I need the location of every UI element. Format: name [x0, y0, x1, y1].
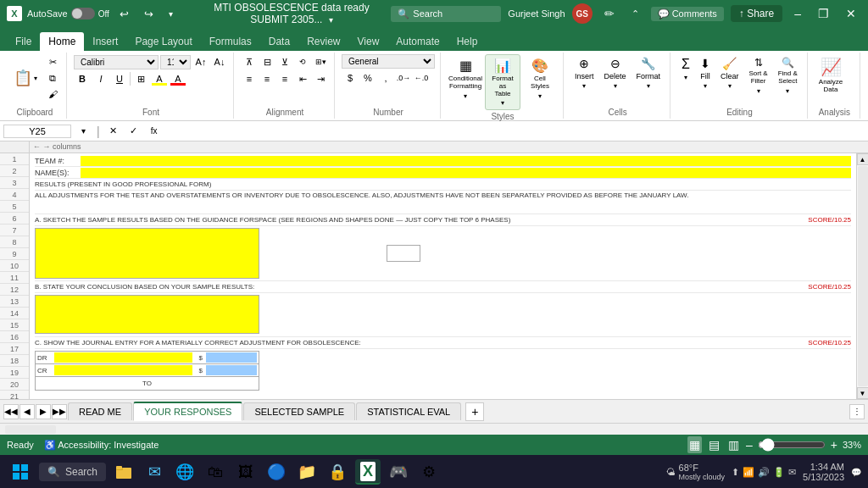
- delete-dropdown[interactable]: ▾: [614, 82, 617, 90]
- dr-account-yellow[interactable]: [54, 352, 192, 363]
- section-b-yellow-box[interactable]: [35, 295, 259, 334]
- row-header-19[interactable]: 19: [0, 367, 29, 379]
- tab-pagelayout[interactable]: Page Layout: [126, 32, 200, 51]
- zoom-slider[interactable]: [758, 438, 826, 452]
- align-left-button[interactable]: ≡: [241, 71, 258, 86]
- taskbar-app-settings[interactable]: ⚙: [416, 459, 442, 485]
- redo-button[interactable]: ↪: [139, 8, 159, 20]
- tab-insert[interactable]: Insert: [84, 32, 126, 51]
- font-name-select[interactable]: Calibri: [74, 55, 159, 69]
- tray-icon-3[interactable]: 🔊: [758, 467, 770, 478]
- horizontal-scrollbar[interactable]: [0, 423, 868, 435]
- tray-icon-4[interactable]: 🔋: [773, 467, 785, 478]
- clear-dropdown[interactable]: ▾: [728, 82, 732, 90]
- cell-styles-button[interactable]: 🎨 CellStyles ▾: [522, 54, 558, 103]
- start-button[interactable]: [7, 458, 34, 485]
- align-right-button[interactable]: ≡: [276, 71, 293, 86]
- cell-styles-dropdown[interactable]: ▾: [538, 92, 542, 100]
- underline-button[interactable]: U: [111, 71, 128, 86]
- taskbar-app-lock[interactable]: 🔒: [325, 459, 350, 485]
- row-header-15[interactable]: 15: [0, 319, 29, 331]
- formula-input[interactable]: [166, 125, 865, 137]
- row-header-16[interactable]: 16: [0, 331, 29, 343]
- zoom-out-button[interactable]: –: [746, 438, 753, 452]
- sheet-options-button[interactable]: ⋮: [849, 404, 865, 419]
- dropdown-arrow-title[interactable]: ▾: [329, 15, 333, 25]
- format-dropdown[interactable]: ▾: [647, 82, 650, 90]
- taskbar-app-mail[interactable]: ✉: [142, 459, 167, 485]
- enter-formula-button[interactable]: ✓: [125, 124, 142, 139]
- sheet-nav-first[interactable]: ◀◀: [3, 404, 19, 419]
- tab-data[interactable]: Data: [260, 32, 298, 51]
- row-header-14[interactable]: 14: [0, 308, 29, 319]
- share-button[interactable]: ↑ Share: [731, 5, 782, 22]
- delete-cells-button[interactable]: ⊖ Delete ▾: [600, 54, 631, 92]
- cut-button[interactable]: ✂: [44, 54, 61, 69]
- conditional-dropdown[interactable]: ▾: [464, 92, 467, 100]
- format-cells-button[interactable]: 🔧 Format ▾: [632, 54, 665, 92]
- tab-review[interactable]: Review: [298, 32, 348, 51]
- format-as-table-button[interactable]: 📊 Format asTable ▾: [485, 54, 520, 110]
- row-header-5[interactable]: 5: [0, 201, 29, 213]
- decrease-decimal-button[interactable]: ←.0: [413, 70, 430, 86]
- autosave-toggle[interactable]: [71, 8, 95, 19]
- merge-button[interactable]: ⊞▾: [312, 54, 329, 69]
- insert-function-button[interactable]: fx: [146, 124, 163, 139]
- align-center-button[interactable]: ≡: [259, 71, 275, 86]
- italic-button[interactable]: I: [92, 71, 109, 86]
- find-select-button[interactable]: 🔍 Find &Select ▾: [774, 54, 802, 97]
- decrease-indent-button[interactable]: ⇤: [294, 71, 311, 86]
- row-header-12[interactable]: 12: [0, 284, 29, 296]
- sort-filter-button[interactable]: ⇅ Sort &Filter ▾: [744, 54, 771, 97]
- paste-dropdown[interactable]: ▾: [34, 75, 37, 82]
- conditional-formatting-button[interactable]: ▦ ConditionalFormatting ▾: [448, 54, 483, 103]
- tab-view[interactable]: View: [349, 32, 388, 51]
- sum-dropdown[interactable]: ▾: [684, 74, 687, 81]
- number-format-select[interactable]: General: [342, 54, 435, 69]
- scroll-up-button[interactable]: ▲: [857, 153, 869, 165]
- copy-button[interactable]: ⧉: [44, 70, 61, 86]
- autosum-button[interactable]: Σ ▾: [677, 54, 694, 84]
- taskbar-app-edge[interactable]: 🌐: [172, 459, 198, 485]
- fill-button[interactable]: ⬇ Fill ▾: [696, 54, 715, 92]
- insert-cells-button[interactable]: ⊕ Insert ▾: [570, 54, 598, 92]
- tray-icon-5[interactable]: ✉: [788, 467, 796, 478]
- fill-dropdown[interactable]: ▾: [704, 82, 707, 90]
- sheet-tab-readme[interactable]: READ ME: [68, 402, 132, 420]
- row-header-21[interactable]: 21: [0, 391, 29, 399]
- taskbar-app-chrome[interactable]: 🔵: [264, 459, 289, 485]
- title-search-box[interactable]: 🔍 Search: [391, 6, 501, 22]
- taskbar-app-file-explorer[interactable]: [111, 459, 136, 485]
- restore-button[interactable]: ❐: [813, 7, 834, 20]
- paste-button[interactable]: 📋 ▾: [8, 54, 42, 102]
- tab-home[interactable]: Home: [40, 32, 84, 51]
- align-middle-button[interactable]: ⊟: [259, 54, 275, 69]
- scroll-down-button[interactable]: ▼: [857, 387, 869, 399]
- minimize-button[interactable]: –: [789, 7, 806, 20]
- sheet-tab-statistical[interactable]: STATISTICAL EVAL: [356, 402, 461, 420]
- align-bottom-button[interactable]: ⊻: [276, 54, 293, 69]
- percent-button[interactable]: %: [359, 70, 376, 86]
- add-sheet-button[interactable]: +: [465, 402, 484, 421]
- format-painter-button[interactable]: 🖌: [44, 86, 61, 102]
- analyze-data-button[interactable]: 📈 AnalyzeData: [815, 54, 847, 97]
- wrap-text-button[interactable]: ⟲: [294, 54, 311, 69]
- cr-account-yellow[interactable]: [54, 365, 192, 375]
- taskbar-app-store[interactable]: 🛍: [203, 459, 228, 485]
- dr-amount-blue[interactable]: [206, 352, 257, 363]
- font-color-button[interactable]: A: [170, 71, 186, 86]
- row-header-20[interactable]: 20: [0, 379, 29, 391]
- row-header-9[interactable]: 9: [0, 248, 29, 260]
- align-top-button[interactable]: ⊼: [241, 54, 258, 69]
- taskbar-app-photos[interactable]: 🖼: [233, 459, 259, 485]
- sheet-tab-sample[interactable]: SELECTED SAMPLE: [243, 402, 355, 420]
- row-header-13[interactable]: 13: [0, 296, 29, 308]
- pen-button[interactable]: ✏: [599, 7, 620, 20]
- row-header-17[interactable]: 17: [0, 343, 29, 355]
- scrollbar-thumb[interactable]: [858, 166, 868, 386]
- sheet-nav-last[interactable]: ▶▶: [52, 404, 67, 419]
- sheet-nav-next[interactable]: ▶: [36, 404, 51, 419]
- tab-file[interactable]: File: [7, 32, 40, 51]
- sheet-tab-responses[interactable]: YOUR RESPONSES: [133, 402, 242, 421]
- taskbar-app-excel[interactable]: X: [355, 459, 381, 485]
